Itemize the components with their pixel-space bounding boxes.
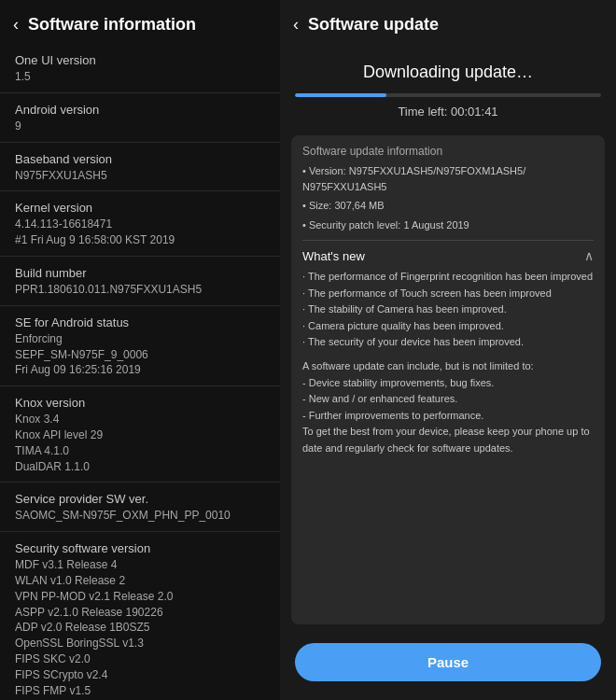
section-divider [302,240,594,241]
update-info-box: Software update information • Version: N… [291,135,605,624]
pause-button[interactable]: Pause [295,643,601,681]
right-panel-title: Software update [308,15,439,35]
right-back-button[interactable]: ‹ [293,15,299,35]
whats-new-item: · The performance of Fingerprint recogni… [302,269,594,286]
left-header: ‹ Software information [0,0,280,44]
info-section: Android version9 [0,93,280,143]
whats-new-item: · The stability of Camera has been impro… [302,301,594,318]
update-info-section-title: Software update information [302,145,594,158]
chevron-up-icon[interactable]: ∧ [584,248,594,263]
whats-new-title: What's new [302,249,365,263]
whats-new-header: What's new ∧ [302,248,594,263]
whats-new-item: · The security of your device has been i… [302,334,594,351]
info-label: SE for Android status [15,315,265,329]
info-label: Baseband version [15,152,265,166]
info-label: Build number [15,266,265,280]
download-section: Downloading update… Time left: 00:01:41 [280,44,616,128]
info-section: Build numberPPR1.180610.011.N975FXXU1ASH… [0,257,280,306]
info-section: SE for Android statusEnforcing SEPF_SM-N… [0,306,280,386]
info-value: MDF v3.1 Release 4 WLAN v1.0 Release 2 V… [15,557,265,700]
info-value: N975FXXU1ASH5 [15,168,265,184]
info-section: Baseband versionN975FXXU1ASH5 [0,143,280,192]
update-patch-line: • Security patch level: 1 August 2019 [302,217,594,233]
info-value: SAOMC_SM-N975F_OXM_PHN_PP_0010 [15,508,265,524]
left-back-button[interactable]: ‹ [13,15,19,35]
downloading-title: Downloading update… [295,63,601,82]
info-section: Security software versionMDF v3.1 Releas… [0,532,280,700]
info-value: 1.5 [15,69,265,85]
left-panel-title: Software information [28,15,196,35]
info-section: Service provider SW ver.SAOMC_SM-N975F_O… [0,483,280,532]
right-header: ‹ Software update [280,0,616,44]
info-label: Kernel version [15,201,265,215]
info-label: Security software version [15,541,265,555]
update-version-line: • Version: N975FXXU1ASH5/N975FOXM1ASH5/ … [302,163,594,194]
whats-new-item: · Camera picture quality has been improv… [302,318,594,335]
time-left-label: Time left: 00:01:41 [295,105,601,119]
left-panel: ‹ Software information One UI version1.5… [0,0,280,700]
pause-button-container: Pause [280,632,616,700]
whats-new-items: · The performance of Fingerprint recogni… [302,269,594,351]
right-panel: ‹ Software update Downloading update… Ti… [280,0,616,700]
info-section: One UI version1.5 [0,44,280,93]
info-section: Knox versionKnox 3.4 Knox API level 29 T… [0,386,280,483]
info-value: 9 [15,119,265,134]
info-section: Kernel version4.14.113-16618471 #1 Fri A… [0,191,280,257]
info-label: One UI version [15,53,265,67]
info-value: 4.14.113-16618471 #1 Fri Aug 9 16:58:00 … [15,217,265,248]
info-label: Knox version [15,396,265,410]
update-size-line: • Size: 307,64 MB [302,198,594,214]
progress-bar-fill [295,93,386,97]
info-value: Enforcing SEPF_SM-N975F_9_0006 Fri Aug 0… [15,331,265,378]
info-value: Knox 3.4 Knox API level 29 TIMA 4.1.0 Du… [15,412,265,474]
info-label: Android version [15,103,265,117]
progress-bar-container [295,93,601,97]
software-info-list: One UI version1.5Android version9Baseban… [0,44,280,700]
whats-new-item: · The performance of Touch screen has be… [302,286,594,302]
info-label: Service provider SW ver. [15,492,265,506]
info-value: PPR1.180610.011.N975FXXU1ASH5 [15,282,265,298]
update-notice-text: A software update can include, but is no… [302,358,594,457]
